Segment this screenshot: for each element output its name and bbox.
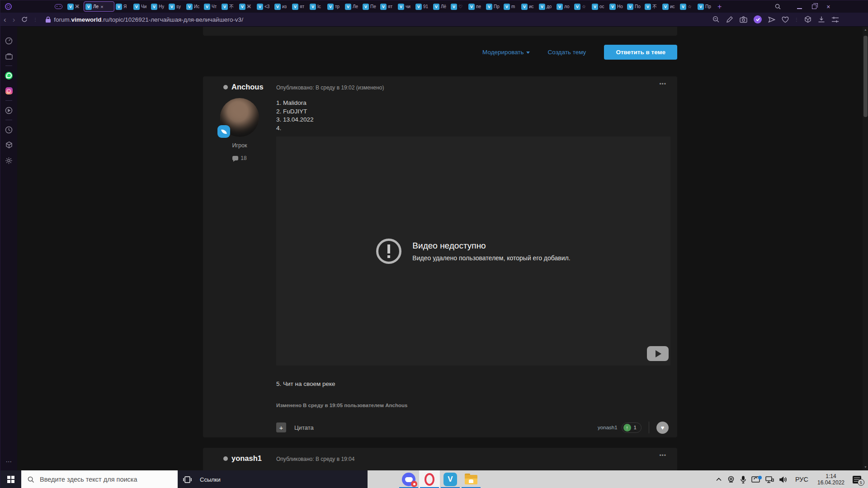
links-toolbar-label[interactable]: Ссылки — [200, 476, 221, 483]
speed-dial-icon[interactable] — [0, 33, 17, 48]
instagram-icon[interactable] — [0, 83, 17, 99]
scroll-down-icon[interactable]: ▼ — [863, 464, 868, 470]
browser-tab[interactable]: V Я × — [114, 1, 132, 12]
tab-close-icon[interactable]: × — [100, 4, 103, 9]
browser-tab[interactable]: V Ну × — [150, 1, 167, 12]
bookmark-heart-icon[interactable] — [778, 16, 792, 23]
like-heart-button[interactable]: ♥ — [656, 422, 669, 434]
play-panel-icon[interactable] — [0, 103, 17, 118]
language-indicator[interactable]: РУС — [790, 476, 814, 483]
browser-tab[interactable]: V ят × — [379, 1, 396, 12]
microphone-icon[interactable] — [738, 476, 749, 483]
page-zoom-icon[interactable] — [709, 16, 723, 23]
create-topic-link[interactable]: Создать тему — [548, 49, 586, 56]
browser-tab[interactable]: V Чт × — [203, 1, 220, 12]
whatsapp-icon[interactable] — [0, 68, 17, 83]
maximize-button[interactable] — [812, 3, 816, 11]
browser-tab[interactable]: V ят × — [291, 1, 308, 12]
forward-button[interactable]: › — [9, 16, 19, 23]
cube-panel-icon[interactable] — [0, 137, 17, 153]
lock-icon[interactable] — [40, 16, 54, 23]
tab-search-icon[interactable] — [775, 4, 781, 9]
moderate-menu[interactable]: Модерировать — [482, 49, 530, 56]
meet-now-camera-icon[interactable] — [724, 476, 738, 483]
settings-sliders-icon[interactable] — [828, 16, 842, 23]
browser-tab[interactable]: V Пр × — [485, 1, 502, 12]
browser-tab[interactable]: V 91 × — [414, 1, 432, 12]
browser-tab[interactable]: V Но × — [608, 1, 626, 12]
youtube-embed[interactable]: Видео недоступно Видео удалено пользоват… — [276, 136, 670, 366]
taskbar-search-box[interactable]: Введите здесь текст для поиска — [21, 470, 178, 488]
taskbar-app-explorer[interactable] — [461, 470, 481, 488]
volume-icon[interactable] — [777, 476, 790, 483]
browser-tab[interactable]: V Чи × — [132, 1, 150, 12]
browser-tab[interactable]: V Ж × — [66, 1, 84, 12]
taskbar-app-opera[interactable] — [419, 470, 440, 488]
browser-tab[interactable]: V ис × — [661, 1, 679, 12]
history-clock-icon[interactable] — [0, 122, 17, 137]
browser-tab[interactable]: V 不 × — [220, 1, 238, 12]
back-button[interactable]: ‹ — [0, 16, 9, 23]
browser-tab[interactable]: V 不 × — [643, 1, 661, 12]
start-button[interactable] — [0, 476, 21, 483]
browser-tab[interactable]: V пе × — [467, 1, 485, 12]
cast-display-icon[interactable] — [749, 476, 763, 483]
reaction-pill[interactable]: ↑ 1 — [622, 422, 642, 433]
browser-tab[interactable]: V Пр × — [696, 1, 714, 12]
browser-tab[interactable]: V Ле × — [344, 1, 361, 12]
scroll-up-icon[interactable]: ▲ — [863, 27, 868, 33]
download-icon[interactable] — [815, 16, 828, 23]
new-tab-button[interactable]: + — [717, 3, 722, 11]
youtube-play-icon[interactable] — [647, 346, 669, 361]
task-view-button[interactable] — [183, 476, 192, 483]
browser-tab[interactable]: V Пе × — [361, 1, 379, 12]
settings-gear-icon[interactable] — [0, 153, 17, 168]
author-name[interactable]: Anchous — [231, 83, 264, 91]
avatar[interactable] — [220, 98, 259, 137]
action-center-button[interactable]: 5 — [848, 476, 868, 483]
minimize-button[interactable] — [797, 3, 802, 11]
reload-button[interactable] — [18, 16, 31, 23]
downloads-panel-icon[interactable] — [0, 48, 17, 64]
taskbar-app-discord[interactable] — [398, 470, 419, 488]
panel-more-icon[interactable]: ⋯ — [0, 458, 17, 465]
author-name[interactable]: yonash1 — [231, 454, 262, 463]
browser-tab[interactable]: V из × — [273, 1, 291, 12]
url-text[interactable]: forum.vimeworld.ru/topic/1026921-легчайш… — [54, 16, 243, 23]
reply-button[interactable]: Ответить в теме — [604, 45, 677, 60]
browser-tab[interactable]: V ос × — [590, 1, 608, 12]
browser-tab[interactable]: V чи × — [396, 1, 414, 12]
vivaldi-menu-button[interactable] — [0, 3, 16, 10]
browser-tab[interactable]: V ло × — [555, 1, 573, 12]
taskbar-clock[interactable]: 1:14 16.04.2022 — [814, 473, 848, 486]
browser-tab[interactable]: V Ж × — [238, 1, 255, 12]
multiquote-button[interactable]: + — [276, 422, 286, 432]
close-window-button[interactable]: × — [826, 3, 830, 10]
post-options-icon[interactable]: ••• — [659, 81, 666, 87]
browser-tab[interactable]: V sy × — [167, 1, 185, 12]
reaction-user-link[interactable]: yonash1 — [598, 425, 617, 430]
browser-tab[interactable]: V Ле × — [84, 1, 114, 12]
extension-cube-icon[interactable] — [801, 16, 815, 23]
capture-camera-icon[interactable] — [736, 16, 750, 23]
browser-tab[interactable]: V <3 × — [255, 1, 273, 12]
browser-tab[interactable]: V ♡ × — [449, 1, 467, 12]
browser-tab[interactable]: V m × — [502, 1, 520, 12]
taskbar-app-vivaldi[interactable]: V — [440, 470, 461, 488]
post-options-icon[interactable]: ••• — [659, 452, 666, 459]
browser-tab[interactable]: V ис × — [520, 1, 538, 12]
browser-tab[interactable]: V Ис × — [185, 1, 203, 12]
browser-tab[interactable]: V По × — [626, 1, 643, 12]
network-icon[interactable] — [763, 476, 777, 483]
hidden-icons-chevron[interactable] — [713, 478, 724, 481]
gamepad-icon[interactable] — [55, 4, 62, 9]
browser-tab[interactable]: V тр × — [326, 1, 344, 12]
page-scrollbar[interactable]: ▲ ▼ — [863, 27, 868, 470]
post-author[interactable]: Anchous — [223, 83, 264, 91]
browser-tab[interactable]: V ☆ × — [679, 1, 696, 12]
browser-tab[interactable]: V Ic × — [308, 1, 326, 12]
browser-tab[interactable]: V ☆ × — [573, 1, 590, 12]
browser-tab[interactable]: V до × — [538, 1, 555, 12]
quote-button[interactable]: Цитата — [294, 424, 314, 431]
bookmark-pen-icon[interactable] — [723, 16, 736, 23]
